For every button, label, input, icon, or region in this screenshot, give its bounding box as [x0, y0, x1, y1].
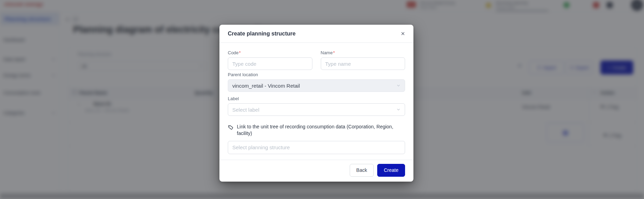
modal-header: Create planning structure ✕: [219, 25, 413, 43]
label-label: Label: [228, 96, 405, 101]
create-planning-structure-modal: Create planning structure ✕ Code* Name* …: [219, 25, 413, 182]
required-asterisk: *: [239, 50, 241, 55]
close-icon[interactable]: ✕: [401, 31, 405, 36]
parent-location-select: vincom_retail - Vincom Retail: [228, 79, 405, 92]
modal-body: Code* Name* Parent location vincom_retai…: [219, 43, 413, 160]
name-field[interactable]: [321, 57, 405, 70]
planning-structure-field[interactable]: [228, 141, 405, 154]
label-select[interactable]: Select label: [228, 103, 405, 116]
required-asterisk: *: [333, 50, 335, 55]
create-button[interactable]: Create: [377, 164, 405, 177]
name-label: Name*: [321, 50, 405, 55]
link-note: Link to the unit tree of recording consu…: [228, 124, 405, 137]
chevron-down-icon: [396, 108, 401, 112]
modal-footer: Back Create: [219, 160, 413, 182]
chevron-down-icon: [396, 83, 401, 88]
link-note-text: Link to the unit tree of recording consu…: [237, 124, 405, 137]
parent-location-label: Parent location: [228, 72, 405, 77]
tag-icon: [227, 124, 234, 130]
back-button[interactable]: Back: [350, 164, 374, 177]
code-label: Code*: [228, 50, 312, 55]
code-field[interactable]: [228, 57, 312, 70]
modal-title: Create planning structure: [228, 31, 296, 37]
